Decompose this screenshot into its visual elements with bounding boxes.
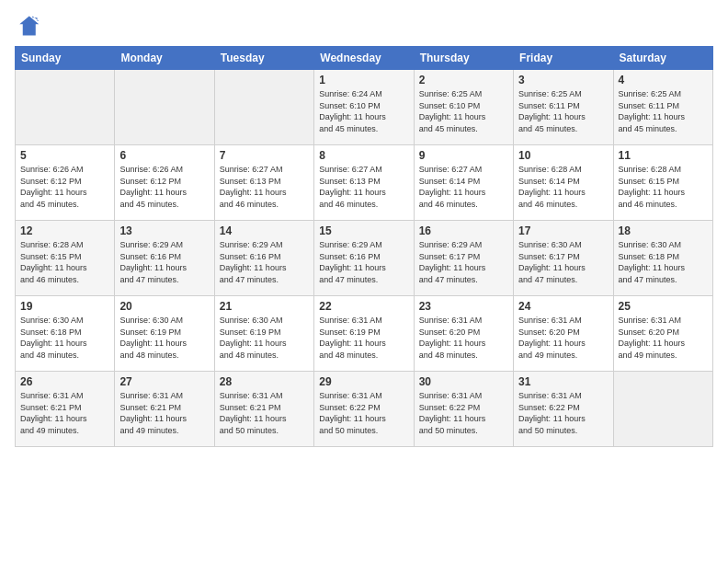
cell-content: Sunrise: 6:26 AMSunset: 6:12 PMDaylight:… (20, 164, 109, 210)
calendar-cell: 24Sunrise: 6:31 AMSunset: 6:20 PMDayligh… (514, 296, 613, 372)
weekday-header-thursday: Thursday (414, 47, 513, 70)
cell-content: Sunrise: 6:31 AMSunset: 6:22 PMDaylight:… (518, 390, 608, 436)
weekday-header-friday: Friday (514, 47, 613, 70)
day-number: 20 (119, 300, 209, 313)
calendar-cell: 7Sunrise: 6:27 AMSunset: 6:13 PMDaylight… (214, 145, 313, 221)
cell-content: Sunrise: 6:31 AMSunset: 6:21 PMDaylight:… (220, 390, 309, 436)
calendar-body: 1Sunrise: 6:24 AMSunset: 6:10 PMDaylight… (16, 70, 713, 447)
week-row-4: 19Sunrise: 6:30 AMSunset: 6:18 PMDayligh… (16, 296, 713, 372)
day-number: 21 (220, 300, 309, 313)
day-number: 9 (419, 149, 508, 162)
cell-content: Sunrise: 6:25 AMSunset: 6:10 PMDaylight:… (419, 88, 508, 134)
week-row-5: 26Sunrise: 6:31 AMSunset: 6:21 PMDayligh… (16, 372, 713, 447)
cell-content: Sunrise: 6:25 AMSunset: 6:11 PMDaylight:… (619, 88, 708, 134)
page: SundayMondayTuesdayWednesdayThursdayFrid… (0, 0, 728, 563)
cell-content: Sunrise: 6:31 AMSunset: 6:20 PMDaylight:… (419, 315, 508, 361)
calendar-cell: 26Sunrise: 6:31 AMSunset: 6:21 PMDayligh… (16, 372, 115, 447)
cell-content: Sunrise: 6:28 AMSunset: 6:15 PMDaylight:… (20, 239, 109, 285)
calendar-cell: 10Sunrise: 6:28 AMSunset: 6:14 PMDayligh… (514, 145, 613, 221)
day-number: 5 (20, 149, 109, 162)
header (15, 9, 713, 39)
calendar-cell: 1Sunrise: 6:24 AMSunset: 6:10 PMDaylight… (314, 70, 414, 145)
cell-content: Sunrise: 6:27 AMSunset: 6:13 PMDaylight:… (319, 164, 408, 210)
cell-content: Sunrise: 6:29 AMSunset: 6:16 PMDaylight:… (119, 239, 209, 285)
day-number: 6 (119, 149, 209, 162)
week-row-2: 5Sunrise: 6:26 AMSunset: 6:12 PMDaylight… (16, 145, 713, 221)
cell-content: Sunrise: 6:30 AMSunset: 6:17 PMDaylight:… (518, 239, 608, 285)
calendar-cell: 13Sunrise: 6:29 AMSunset: 6:16 PMDayligh… (115, 221, 214, 296)
day-number: 8 (319, 149, 408, 162)
day-number: 14 (220, 224, 309, 237)
cell-content: Sunrise: 6:30 AMSunset: 6:19 PMDaylight:… (119, 315, 209, 361)
calendar-cell (613, 372, 712, 447)
week-row-1: 1Sunrise: 6:24 AMSunset: 6:10 PMDaylight… (16, 70, 713, 145)
day-number: 16 (419, 224, 508, 237)
cell-content: Sunrise: 6:31 AMSunset: 6:21 PMDaylight:… (20, 390, 109, 436)
day-number: 19 (20, 300, 109, 313)
calendar-cell: 3Sunrise: 6:25 AMSunset: 6:11 PMDaylight… (514, 70, 613, 145)
calendar-cell: 23Sunrise: 6:31 AMSunset: 6:20 PMDayligh… (414, 296, 513, 372)
calendar-cell: 4Sunrise: 6:25 AMSunset: 6:11 PMDaylight… (613, 70, 712, 145)
day-number: 11 (619, 149, 708, 162)
calendar-cell: 28Sunrise: 6:31 AMSunset: 6:21 PMDayligh… (214, 372, 313, 447)
weekday-header-monday: Monday (115, 47, 214, 70)
cell-content: Sunrise: 6:27 AMSunset: 6:14 PMDaylight:… (419, 164, 508, 210)
calendar-cell: 30Sunrise: 6:31 AMSunset: 6:22 PMDayligh… (414, 372, 513, 447)
cell-content: Sunrise: 6:31 AMSunset: 6:22 PMDaylight:… (319, 390, 408, 436)
calendar-cell: 27Sunrise: 6:31 AMSunset: 6:21 PMDayligh… (115, 372, 214, 447)
calendar-cell (115, 70, 214, 145)
day-number: 28 (220, 375, 309, 388)
day-number: 1 (319, 74, 408, 86)
day-number: 2 (419, 74, 508, 86)
calendar-cell: 9Sunrise: 6:27 AMSunset: 6:14 PMDaylight… (414, 145, 513, 221)
calendar-cell: 16Sunrise: 6:29 AMSunset: 6:17 PMDayligh… (414, 221, 513, 296)
calendar-cell (214, 70, 313, 145)
calendar-cell: 5Sunrise: 6:26 AMSunset: 6:12 PMDaylight… (16, 145, 115, 221)
day-number: 27 (119, 375, 209, 388)
day-number: 25 (619, 300, 708, 313)
day-number: 15 (319, 224, 408, 237)
calendar-cell: 8Sunrise: 6:27 AMSunset: 6:13 PMDaylight… (314, 145, 414, 221)
calendar-cell: 20Sunrise: 6:30 AMSunset: 6:19 PMDayligh… (115, 296, 214, 372)
week-row-3: 12Sunrise: 6:28 AMSunset: 6:15 PMDayligh… (16, 221, 713, 296)
cell-content: Sunrise: 6:29 AMSunset: 6:17 PMDaylight:… (419, 239, 508, 285)
calendar-cell: 31Sunrise: 6:31 AMSunset: 6:22 PMDayligh… (514, 372, 613, 447)
calendar: SundayMondayTuesdayWednesdayThursdayFrid… (15, 46, 713, 447)
cell-content: Sunrise: 6:31 AMSunset: 6:20 PMDaylight:… (518, 315, 608, 361)
day-number: 22 (319, 300, 408, 313)
day-number: 24 (518, 300, 608, 313)
day-number: 17 (518, 224, 608, 237)
cell-content: Sunrise: 6:31 AMSunset: 6:20 PMDaylight:… (619, 315, 708, 361)
calendar-cell: 21Sunrise: 6:30 AMSunset: 6:19 PMDayligh… (214, 296, 313, 372)
cell-content: Sunrise: 6:27 AMSunset: 6:13 PMDaylight:… (220, 164, 309, 210)
calendar-cell: 12Sunrise: 6:28 AMSunset: 6:15 PMDayligh… (16, 221, 115, 296)
calendar-cell: 19Sunrise: 6:30 AMSunset: 6:18 PMDayligh… (16, 296, 115, 372)
cell-content: Sunrise: 6:26 AMSunset: 6:12 PMDaylight:… (119, 164, 209, 210)
calendar-cell (16, 70, 115, 145)
logo (15, 13, 44, 39)
cell-content: Sunrise: 6:29 AMSunset: 6:16 PMDaylight:… (220, 239, 309, 285)
calendar-cell: 29Sunrise: 6:31 AMSunset: 6:22 PMDayligh… (314, 372, 414, 447)
day-number: 30 (419, 375, 508, 388)
day-number: 31 (518, 375, 608, 388)
weekday-header-saturday: Saturday (613, 47, 712, 70)
day-number: 26 (20, 375, 109, 388)
day-number: 4 (619, 74, 708, 86)
calendar-cell: 11Sunrise: 6:28 AMSunset: 6:15 PMDayligh… (613, 145, 712, 221)
calendar-cell: 18Sunrise: 6:30 AMSunset: 6:18 PMDayligh… (613, 221, 712, 296)
cell-content: Sunrise: 6:31 AMSunset: 6:21 PMDaylight:… (119, 390, 209, 436)
calendar-header: SundayMondayTuesdayWednesdayThursdayFrid… (16, 47, 713, 70)
cell-content: Sunrise: 6:28 AMSunset: 6:14 PMDaylight:… (518, 164, 608, 210)
cell-content: Sunrise: 6:25 AMSunset: 6:11 PMDaylight:… (518, 88, 608, 134)
cell-content: Sunrise: 6:24 AMSunset: 6:10 PMDaylight:… (319, 88, 408, 134)
day-number: 23 (419, 300, 508, 313)
svg-marker-0 (19, 17, 39, 36)
day-number: 29 (319, 375, 408, 388)
cell-content: Sunrise: 6:29 AMSunset: 6:16 PMDaylight:… (319, 239, 408, 285)
weekday-header-wednesday: Wednesday (314, 47, 414, 70)
calendar-cell: 14Sunrise: 6:29 AMSunset: 6:16 PMDayligh… (214, 221, 313, 296)
cell-content: Sunrise: 6:30 AMSunset: 6:18 PMDaylight:… (20, 315, 109, 361)
cell-content: Sunrise: 6:31 AMSunset: 6:19 PMDaylight:… (319, 315, 408, 361)
calendar-cell: 15Sunrise: 6:29 AMSunset: 6:16 PMDayligh… (314, 221, 414, 296)
weekday-row: SundayMondayTuesdayWednesdayThursdayFrid… (16, 47, 713, 70)
